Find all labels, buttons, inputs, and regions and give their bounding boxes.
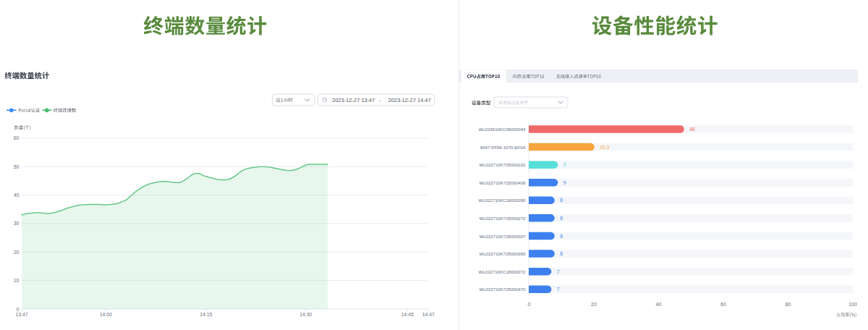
svg-text:14:47: 14:47 (422, 312, 435, 317)
svg-text:14:00: 14:00 (100, 312, 112, 317)
svg-text:WL023610KC06000043: WL023610KC06000043 (478, 127, 526, 132)
svg-text:WL022710K725000307: WL022710K725000307 (479, 234, 526, 239)
svg-text:10: 10 (14, 278, 20, 283)
svg-text:7: 7 (557, 287, 560, 292)
svg-text:WL022710K725000470: WL022710K725000470 (479, 287, 526, 292)
svg-text:13:47: 13:47 (15, 312, 27, 317)
svg-text:40: 40 (656, 302, 662, 307)
svg-text:WL022710K725000102: WL022710K725000102 (479, 162, 526, 167)
svg-text:WL022710KC18000280: WL022710KC18000280 (478, 198, 526, 203)
svg-text:14:45: 14:45 (401, 312, 414, 317)
svg-text:20: 20 (591, 302, 597, 307)
svg-text:WL022710KC18000372: WL022710KC18000372 (478, 269, 526, 274)
svg-text:14:30: 14:30 (299, 312, 312, 317)
svg-text:0: 0 (17, 307, 20, 312)
svg-text:50: 50 (14, 164, 20, 169)
svg-text:9: 9 (563, 180, 566, 185)
svg-text:9: 9 (563, 162, 566, 167)
svg-text:WL022710K725000409: WL022710K725000409 (479, 180, 526, 185)
svg-text:100: 100 (848, 302, 857, 307)
svg-text:60: 60 (720, 302, 726, 307)
svg-text:20.3: 20.3 (600, 145, 609, 150)
svg-text:80: 80 (786, 302, 791, 307)
svg-text:2023-12-27 14:47: 2023-12-27 14:47 (388, 97, 431, 103)
svg-text:20: 20 (14, 250, 20, 255)
svg-text:48: 48 (689, 127, 695, 132)
svg-text:14:15: 14:15 (200, 312, 212, 317)
svg-text:40: 40 (14, 192, 20, 198)
svg-text:8: 8 (560, 198, 563, 203)
svg-text:30: 30 (14, 221, 20, 226)
svg-text:8: 8 (560, 216, 563, 221)
svg-text:60: 60 (14, 135, 20, 140)
svg-text:7: 7 (557, 269, 560, 274)
svg-text:WL022710K725000369: WL022710K725000369 (479, 251, 526, 256)
svg-text:WL022710K725000272: WL022710K725000272 (479, 216, 526, 221)
svg-text:2023-12-27 13:47: 2023-12-27 13:47 (332, 97, 375, 103)
svg-text:0: 0 (528, 302, 531, 307)
svg-text:6047-FF96-1070-EF0A: 6047-FF96-1070-EF0A (480, 145, 527, 150)
svg-text:8: 8 (560, 234, 563, 239)
svg-text:8: 8 (560, 251, 563, 256)
